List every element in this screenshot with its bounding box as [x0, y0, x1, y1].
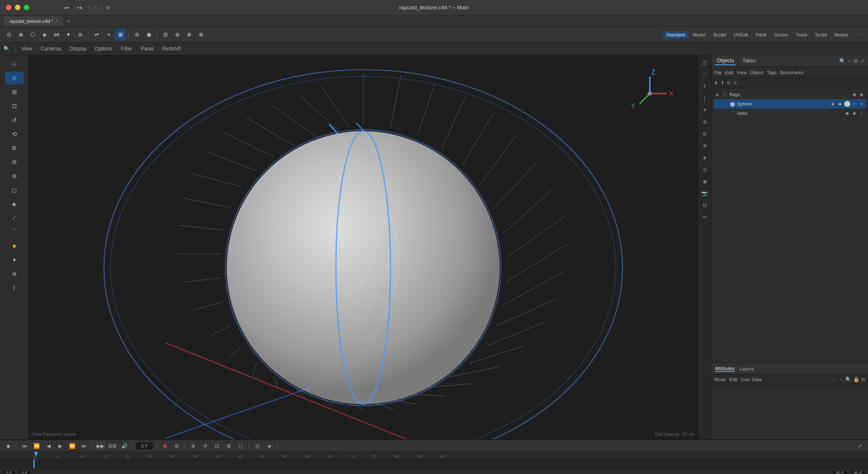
tool-pen[interactable]: ≋	[5, 268, 24, 280]
search-icon[interactable]: 🔍	[839, 58, 846, 64]
tree-tag-sphere[interactable]: P	[851, 101, 857, 107]
obj-tb-file[interactable]: File	[714, 70, 722, 75]
close-button[interactable]	[6, 5, 11, 10]
tree-tag-sphere2[interactable]: ⊛	[859, 101, 865, 107]
nav-options[interactable]: Options	[91, 44, 117, 53]
new-tab-button[interactable]: +	[65, 17, 72, 25]
tree-render-helix[interactable]: ◉	[851, 110, 857, 116]
menu-icon-4[interactable]: ◈	[39, 29, 50, 40]
mode-script[interactable]: Script	[812, 31, 830, 39]
nav-redshift[interactable]: Redshift	[158, 44, 185, 53]
tree-visibility-helix[interactable]: ◉	[844, 110, 850, 116]
tl-motion-3[interactable]: ⊡	[212, 441, 222, 451]
nav-view[interactable]: View	[17, 44, 36, 53]
menu-icon-3[interactable]: ⬡	[27, 29, 38, 40]
menu-icon-6[interactable]: ✦	[63, 29, 74, 40]
attr-forward-icon[interactable]: →	[838, 376, 843, 382]
menu-icon-10[interactable]: ⊚	[131, 29, 142, 40]
tl-frame-current[interactable]: 0 F	[136, 443, 153, 449]
rsi-cloner[interactable]: ◉	[700, 176, 710, 187]
timeline-track[interactable]	[0, 459, 868, 468]
rsi-snap[interactable]: ⊟	[700, 200, 710, 210]
tl-sound[interactable]: 🔊	[120, 441, 129, 451]
menu-icon-7[interactable]: ⊘	[75, 29, 86, 40]
viewport[interactable]: Perspective Default Camera 📷 Move ✛	[29, 55, 698, 439]
tool-transform[interactable]: ⟲	[5, 128, 24, 140]
tree-item-sphere[interactable]: ⬤ Sphere ◉ ◉ P ⊛	[713, 99, 866, 109]
tool-active[interactable]: ⊕	[5, 72, 24, 84]
tool-color[interactable]: ■	[5, 240, 24, 252]
menu-icon-12[interactable]: ⊟	[160, 29, 171, 40]
tl-end-frame2[interactable]: 90 F	[851, 471, 865, 474]
rsi-light[interactable]: ✦	[700, 105, 710, 115]
obj-tb-filter[interactable]: ⊘	[733, 80, 737, 86]
tl-current-frame[interactable]: 0 F	[3, 471, 14, 474]
tl-autokey[interactable]: ⚙	[172, 441, 181, 451]
tl-go-end[interactable]: ⏭	[79, 441, 89, 451]
menu-icon-2[interactable]: ⊕	[15, 29, 26, 40]
menu-icon-transform[interactable]: ⊞	[115, 29, 126, 40]
menu-icon-9[interactable]: ⌖	[103, 29, 114, 40]
tree-render-sphere[interactable]: ◉	[837, 101, 843, 107]
menu-icon-11[interactable]: ◉	[143, 29, 154, 40]
obj-tb-bookmarks[interactable]: Bookmarks	[780, 70, 803, 75]
mode-sculpt[interactable]: Sculpt	[709, 31, 729, 39]
menu-icon-5[interactable]: ⋈	[51, 29, 62, 40]
rsi-camera[interactable]: |	[700, 93, 710, 103]
menu-icon-13[interactable]: ⊛	[172, 29, 183, 40]
tab-takes[interactable]: Takes	[741, 57, 757, 65]
tool-rotate[interactable]: ↺	[5, 114, 24, 126]
tool-move[interactable]: ⊞	[5, 86, 24, 98]
menu-icon-14[interactable]: ⊕	[184, 29, 195, 40]
rsi-render[interactable]: □	[700, 70, 710, 80]
attr-tab-attributes[interactable]: Attributes	[715, 366, 734, 372]
expand-icon[interactable]: ⊞	[854, 58, 858, 64]
mode-standard[interactable]: Standard	[663, 31, 689, 39]
tl-snap-1[interactable]: ◎	[253, 441, 262, 451]
attr-back-icon[interactable]: ←	[832, 376, 837, 382]
tl-mode-2[interactable]: ⊞⊞	[108, 441, 117, 451]
external-icon[interactable]: ⤢	[860, 58, 865, 64]
nav-display[interactable]: Display	[65, 44, 90, 53]
tl-snap-2[interactable]: ◈	[264, 441, 274, 451]
tl-mode-1[interactable]: ▶▶	[96, 441, 105, 451]
rsi-object-mode[interactable]: ◫	[700, 58, 710, 68]
tl-record-red[interactable]: ⏺	[160, 441, 170, 451]
attr-search-icon[interactable]: 🔍	[845, 376, 851, 382]
tab-objects[interactable]: Objects	[715, 57, 736, 65]
tl-step-back[interactable]: ⏪	[32, 441, 41, 451]
mode-nodes[interactable]: Nodes	[831, 31, 851, 39]
attr-tb-mode[interactable]: Mode	[714, 377, 726, 382]
tree-check-helix[interactable]: ✓	[859, 110, 865, 116]
tree-render-rays[interactable]: ◉	[859, 92, 865, 98]
mode-groom[interactable]: Groom	[771, 31, 792, 39]
mode-uvedit[interactable]: UVEdit	[730, 31, 751, 39]
tl-motion-2[interactable]: ↺	[200, 441, 210, 451]
tool-paint[interactable]: ⊛	[5, 170, 24, 182]
obj-tb-tags[interactable]: Tags	[767, 70, 776, 75]
tree-visibility-rays[interactable]: ◉	[851, 92, 857, 98]
attr-tb-edit[interactable]: Edit	[729, 377, 737, 382]
mode-model[interactable]: Model	[689, 31, 709, 39]
maximize-button[interactable]	[24, 5, 29, 10]
rsi-anim[interactable]: ⚙	[700, 129, 710, 139]
tool-eyedrop[interactable]: ✦	[5, 254, 24, 266]
tl-keyframe-icon[interactable]: ◆	[3, 441, 13, 451]
menu-icon-15[interactable]: ⊗	[195, 29, 206, 40]
tool-scale[interactable]: ⊡	[5, 100, 24, 112]
tl-step-fwd[interactable]: ⏩	[67, 441, 77, 451]
tree-item-rays[interactable]: ▶ ⬡ Rays ◉ ◉	[713, 90, 866, 99]
redo-button[interactable]: ↪	[74, 2, 85, 13]
rsi-tag[interactable]: T	[700, 81, 710, 92]
rsi-deform[interactable]: ◈	[700, 153, 710, 163]
rsi-paint[interactable]: ✏	[700, 212, 710, 222]
tl-start-frame[interactable]: 0 F	[19, 471, 30, 474]
tree-material-sphere[interactable]	[844, 101, 850, 107]
tool-select-region[interactable]: ◻	[5, 184, 24, 196]
tab-close-icon[interactable]: ×	[56, 19, 58, 23]
obj-tb-arrow-down[interactable]: ⬇	[714, 80, 718, 86]
mode-track[interactable]: Track	[793, 31, 811, 39]
tl-motion-4[interactable]: ⊞	[224, 441, 234, 451]
tool-rope[interactable]: ⌇	[5, 282, 24, 294]
minimize-button[interactable]	[15, 5, 20, 10]
